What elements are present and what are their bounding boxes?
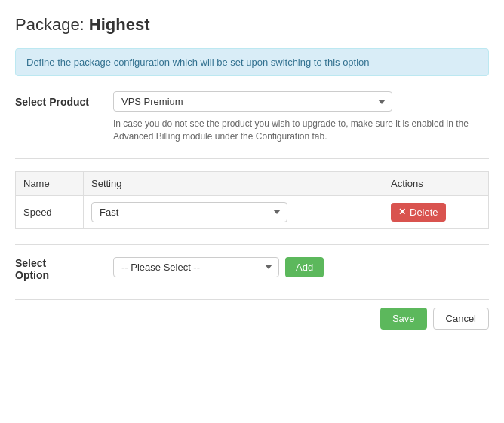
product-row: Select Product VPS Premium VPS Basic VPS… — [15, 91, 489, 112]
setting-select-wrapper: Fast Medium Slow — [91, 202, 287, 222]
divider-2 — [15, 244, 489, 245]
config-table: Name Setting Actions Speed — [15, 171, 489, 229]
table-header-row: Name Setting Actions — [16, 171, 489, 195]
table-section: Name Setting Actions Speed — [15, 171, 489, 229]
select-input-group: -- Please Select -- Add — [113, 257, 489, 277]
footer-buttons: Save Cancel — [15, 299, 489, 330]
setting-select[interactable]: Fast Medium Slow — [91, 202, 287, 222]
please-select-dropdown[interactable]: -- Please Select -- — [113, 257, 279, 277]
cancel-button[interactable]: Cancel — [433, 308, 489, 330]
cell-setting: Fast Medium Slow — [84, 195, 383, 228]
product-label: Select Product — [15, 91, 113, 108]
select-label-line2: Option — [15, 269, 113, 281]
info-box-text: Define the package configuration which w… — [26, 57, 370, 68]
cell-actions: ✕ Delete — [383, 195, 489, 228]
col-header-setting: Setting — [84, 171, 383, 195]
table-row: Speed Fast Medium Slow ✕ — [16, 195, 489, 228]
cell-name: Speed — [16, 195, 84, 228]
title-prefix: Package: — [15, 15, 85, 34]
save-button[interactable]: Save — [380, 308, 427, 330]
page-title: Package: Highest — [15, 15, 489, 35]
select-option-label-group: Select Option — [15, 257, 113, 281]
col-header-name: Name — [16, 171, 84, 195]
page-container: Package: Highest Define the package conf… — [0, 0, 504, 345]
select-option-row: Select Option -- Please Select -- Add — [15, 257, 489, 281]
product-section: Select Product VPS Premium VPS Basic VPS… — [15, 91, 489, 143]
add-button[interactable]: Add — [285, 257, 324, 277]
product-select[interactable]: VPS Premium VPS Basic VPS Enterprise — [113, 91, 392, 112]
delete-button[interactable]: ✕ Delete — [391, 203, 446, 222]
col-header-actions: Actions — [383, 171, 489, 195]
title-bold: Highest — [89, 15, 150, 34]
x-icon: ✕ — [398, 207, 406, 217]
delete-label: Delete — [410, 207, 438, 218]
divider-1 — [15, 158, 489, 159]
select-option-section: Select Option -- Please Select -- Add — [15, 257, 489, 281]
product-hint: In case you do not see the product you w… — [113, 118, 489, 143]
select-label-line1: Select — [15, 257, 113, 269]
info-box: Define the package configuration which w… — [15, 48, 489, 76]
please-select-wrapper: -- Please Select -- — [113, 257, 279, 277]
product-select-wrapper: VPS Premium VPS Basic VPS Enterprise — [113, 91, 392, 112]
